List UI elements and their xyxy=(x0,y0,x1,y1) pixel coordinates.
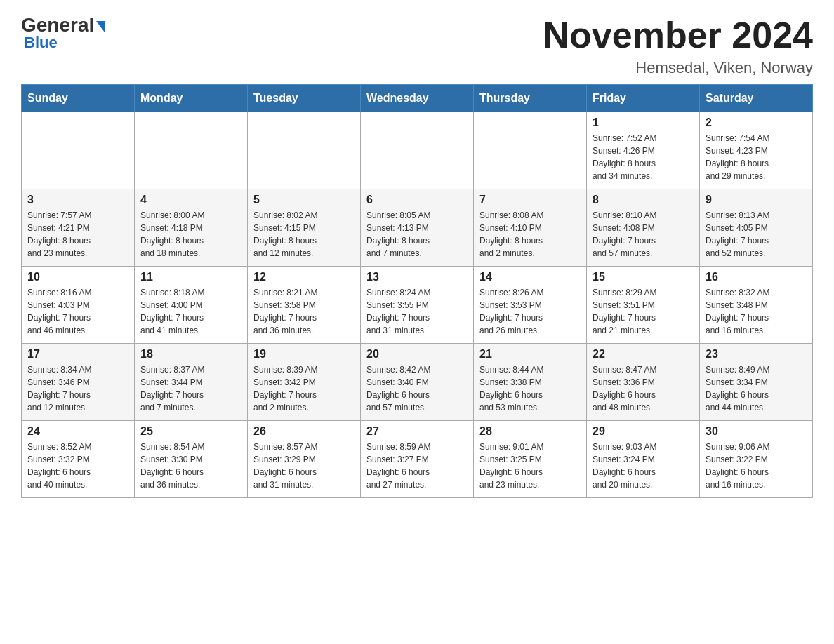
day-info: Sunrise: 8:13 AMSunset: 4:05 PMDaylight:… xyxy=(706,209,807,260)
logo: General Blue xyxy=(21,14,105,52)
calendar-cell: 9Sunrise: 8:13 AMSunset: 4:05 PMDaylight… xyxy=(700,189,813,267)
calendar-cell: 17Sunrise: 8:34 AMSunset: 3:46 PMDayligh… xyxy=(22,344,135,421)
day-number: 22 xyxy=(593,348,694,361)
calendar-cell: 24Sunrise: 8:52 AMSunset: 3:32 PMDayligh… xyxy=(22,421,135,498)
header-sunday: Sunday xyxy=(22,85,135,112)
day-info: Sunrise: 8:32 AMSunset: 3:48 PMDaylight:… xyxy=(706,286,807,337)
day-info: Sunrise: 8:10 AMSunset: 4:08 PMDaylight:… xyxy=(593,209,694,260)
weekday-header-row: Sunday Monday Tuesday Wednesday Thursday… xyxy=(22,85,813,112)
calendar-cell: 6Sunrise: 8:05 AMSunset: 4:13 PMDaylight… xyxy=(361,189,474,267)
calendar-cell: 23Sunrise: 8:49 AMSunset: 3:34 PMDayligh… xyxy=(700,344,813,421)
day-info: Sunrise: 9:06 AMSunset: 3:22 PMDaylight:… xyxy=(706,441,807,491)
day-info: Sunrise: 9:01 AMSunset: 3:25 PMDaylight:… xyxy=(479,441,581,491)
calendar-cell xyxy=(135,112,248,189)
day-number: 24 xyxy=(27,425,128,438)
calendar-cell: 15Sunrise: 8:29 AMSunset: 3:51 PMDayligh… xyxy=(587,267,700,344)
calendar-cell: 11Sunrise: 8:18 AMSunset: 4:00 PMDayligh… xyxy=(135,267,248,344)
calendar-cell: 18Sunrise: 8:37 AMSunset: 3:44 PMDayligh… xyxy=(135,344,248,421)
day-info: Sunrise: 7:54 AMSunset: 4:23 PMDaylight:… xyxy=(706,132,807,182)
calendar-cell: 19Sunrise: 8:39 AMSunset: 3:42 PMDayligh… xyxy=(248,344,361,421)
calendar-cell xyxy=(474,112,587,189)
calendar-cell: 25Sunrise: 8:54 AMSunset: 3:30 PMDayligh… xyxy=(135,421,248,498)
day-number: 18 xyxy=(140,348,241,361)
header-thursday: Thursday xyxy=(474,85,587,112)
week-row-5: 24Sunrise: 8:52 AMSunset: 3:32 PMDayligh… xyxy=(22,421,813,498)
day-number: 15 xyxy=(593,271,694,283)
calendar-cell: 22Sunrise: 8:47 AMSunset: 3:36 PMDayligh… xyxy=(587,344,700,421)
day-info: Sunrise: 7:57 AMSunset: 4:21 PMDaylight:… xyxy=(27,209,128,260)
day-info: Sunrise: 8:02 AMSunset: 4:15 PMDaylight:… xyxy=(253,209,355,260)
day-info: Sunrise: 9:03 AMSunset: 3:24 PMDaylight:… xyxy=(593,441,694,491)
day-info: Sunrise: 8:49 AMSunset: 3:34 PMDaylight:… xyxy=(706,363,807,414)
calendar-cell: 8Sunrise: 8:10 AMSunset: 4:08 PMDaylight… xyxy=(587,189,700,267)
title-section: November 2024 Hemsedal, Viken, Norway xyxy=(543,14,813,77)
day-number: 7 xyxy=(479,194,581,206)
day-info: Sunrise: 7:52 AMSunset: 4:26 PMDaylight:… xyxy=(593,132,694,182)
day-number: 6 xyxy=(366,194,468,206)
day-number: 10 xyxy=(27,271,128,283)
day-info: Sunrise: 8:54 AMSunset: 3:30 PMDaylight:… xyxy=(140,441,241,491)
calendar-cell: 5Sunrise: 8:02 AMSunset: 4:15 PMDaylight… xyxy=(248,189,361,267)
week-row-3: 10Sunrise: 8:16 AMSunset: 4:03 PMDayligh… xyxy=(22,267,813,344)
page-header: General Blue November 2024 Hemsedal, Vik… xyxy=(21,14,813,77)
calendar-cell: 26Sunrise: 8:57 AMSunset: 3:29 PMDayligh… xyxy=(248,421,361,498)
day-info: Sunrise: 8:52 AMSunset: 3:32 PMDaylight:… xyxy=(27,441,128,491)
day-info: Sunrise: 8:39 AMSunset: 3:42 PMDaylight:… xyxy=(253,363,355,414)
day-number: 11 xyxy=(140,271,241,283)
day-number: 12 xyxy=(253,271,355,283)
calendar-cell: 10Sunrise: 8:16 AMSunset: 4:03 PMDayligh… xyxy=(22,267,135,344)
week-row-2: 3Sunrise: 7:57 AMSunset: 4:21 PMDaylight… xyxy=(22,189,813,267)
day-info: Sunrise: 8:21 AMSunset: 3:58 PMDaylight:… xyxy=(253,286,355,337)
header-monday: Monday xyxy=(135,85,248,112)
day-info: Sunrise: 8:05 AMSunset: 4:13 PMDaylight:… xyxy=(366,209,468,260)
calendar-cell: 7Sunrise: 8:08 AMSunset: 4:10 PMDaylight… xyxy=(474,189,587,267)
calendar-cell: 2Sunrise: 7:54 AMSunset: 4:23 PMDaylight… xyxy=(700,112,813,189)
header-tuesday: Tuesday xyxy=(248,85,361,112)
calendar-cell xyxy=(22,112,135,189)
calendar-cell xyxy=(248,112,361,189)
week-row-1: 1Sunrise: 7:52 AMSunset: 4:26 PMDaylight… xyxy=(22,112,813,189)
calendar-title: November 2024 xyxy=(543,14,813,56)
day-number: 8 xyxy=(593,194,694,206)
calendar-subtitle: Hemsedal, Viken, Norway xyxy=(543,59,813,77)
header-wednesday: Wednesday xyxy=(361,85,474,112)
calendar-cell: 16Sunrise: 8:32 AMSunset: 3:48 PMDayligh… xyxy=(700,267,813,344)
day-number: 19 xyxy=(253,348,355,361)
day-number: 13 xyxy=(366,271,468,283)
day-number: 17 xyxy=(27,348,128,361)
day-info: Sunrise: 8:18 AMSunset: 4:00 PMDaylight:… xyxy=(140,286,241,337)
day-number: 1 xyxy=(593,116,694,129)
calendar-cell: 13Sunrise: 8:24 AMSunset: 3:55 PMDayligh… xyxy=(361,267,474,344)
day-info: Sunrise: 8:26 AMSunset: 3:53 PMDaylight:… xyxy=(479,286,581,337)
day-info: Sunrise: 8:59 AMSunset: 3:27 PMDaylight:… xyxy=(366,441,468,491)
day-info: Sunrise: 8:44 AMSunset: 3:38 PMDaylight:… xyxy=(479,363,581,414)
day-number: 23 xyxy=(706,348,807,361)
calendar-cell: 4Sunrise: 8:00 AMSunset: 4:18 PMDaylight… xyxy=(135,189,248,267)
day-info: Sunrise: 8:47 AMSunset: 3:36 PMDaylight:… xyxy=(593,363,694,414)
calendar-cell: 14Sunrise: 8:26 AMSunset: 3:53 PMDayligh… xyxy=(474,267,587,344)
day-info: Sunrise: 8:29 AMSunset: 3:51 PMDaylight:… xyxy=(593,286,694,337)
day-info: Sunrise: 8:34 AMSunset: 3:46 PMDaylight:… xyxy=(27,363,128,414)
day-number: 14 xyxy=(479,271,581,283)
logo-sub: Blue xyxy=(21,34,58,52)
calendar-cell: 27Sunrise: 8:59 AMSunset: 3:27 PMDayligh… xyxy=(361,421,474,498)
day-number: 16 xyxy=(706,271,807,283)
calendar-cell: 12Sunrise: 8:21 AMSunset: 3:58 PMDayligh… xyxy=(248,267,361,344)
calendar-cell: 30Sunrise: 9:06 AMSunset: 3:22 PMDayligh… xyxy=(700,421,813,498)
calendar-cell: 28Sunrise: 9:01 AMSunset: 3:25 PMDayligh… xyxy=(474,421,587,498)
day-number: 5 xyxy=(253,194,355,206)
calendar-cell: 1Sunrise: 7:52 AMSunset: 4:26 PMDaylight… xyxy=(587,112,700,189)
day-info: Sunrise: 8:42 AMSunset: 3:40 PMDaylight:… xyxy=(366,363,468,414)
week-row-4: 17Sunrise: 8:34 AMSunset: 3:46 PMDayligh… xyxy=(22,344,813,421)
day-number: 25 xyxy=(140,425,241,438)
day-number: 2 xyxy=(706,116,807,129)
day-number: 29 xyxy=(593,425,694,438)
day-info: Sunrise: 8:24 AMSunset: 3:55 PMDaylight:… xyxy=(366,286,468,337)
day-number: 28 xyxy=(479,425,581,438)
day-number: 20 xyxy=(366,348,468,361)
day-number: 26 xyxy=(253,425,355,438)
calendar-table: Sunday Monday Tuesday Wednesday Thursday… xyxy=(21,84,813,498)
day-info: Sunrise: 8:57 AMSunset: 3:29 PMDaylight:… xyxy=(253,441,355,491)
calendar-cell xyxy=(361,112,474,189)
day-info: Sunrise: 8:00 AMSunset: 4:18 PMDaylight:… xyxy=(140,209,241,260)
